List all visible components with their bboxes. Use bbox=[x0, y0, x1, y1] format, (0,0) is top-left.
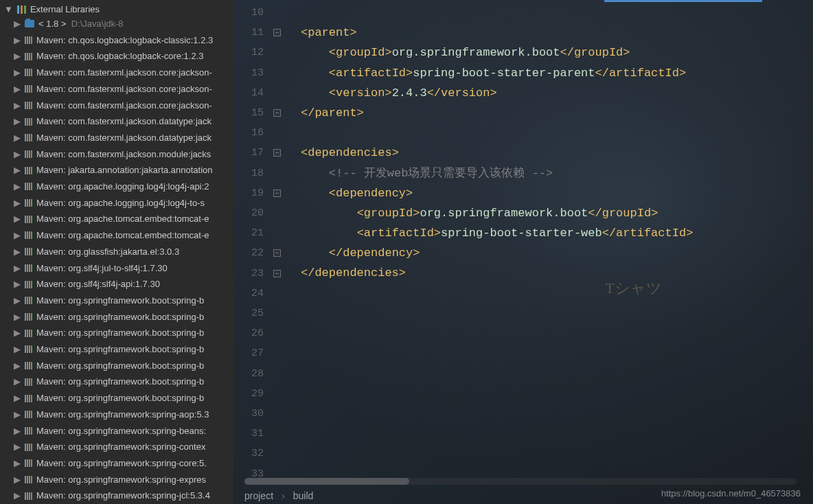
library-label: Maven: org.springframework:spring-aop:5.… bbox=[36, 407, 209, 422]
collapse-arrow-icon: ▶ bbox=[14, 65, 21, 80]
library-node[interactable]: ▶Maven: org.slf4j:slf4j-api:1.7.30 bbox=[0, 276, 233, 293]
library-node[interactable]: ▶Maven: org.springframework.boot:spring-… bbox=[0, 374, 233, 390]
library-icon bbox=[25, 118, 32, 126]
library-node[interactable]: ▶Maven: org.apache.logging.log4j:log4j-a… bbox=[0, 179, 233, 195]
library-icon bbox=[25, 231, 32, 239]
library-label: Maven: org.springframework:spring-beans: bbox=[36, 424, 206, 439]
external-libraries-node[interactable]: ▼ External Libraries bbox=[0, 3, 233, 16]
fold-column: −−−−−− bbox=[269, 0, 288, 504]
library-node[interactable]: ▶Maven: org.springframework:spring-aop:5… bbox=[0, 406, 233, 423]
sdk-path: D:\Java\jdk-8 bbox=[71, 19, 124, 29]
library-node[interactable]: ▶Maven: org.springframework:spring-jcl:5… bbox=[0, 488, 233, 504]
library-label: Maven: org.springframework.boot:spring-b bbox=[36, 358, 204, 374]
library-node[interactable]: ▶Maven: com.fasterxml.jackson.module:jac… bbox=[0, 146, 233, 163]
library-icon bbox=[25, 36, 32, 44]
collapse-arrow-icon: ▶ bbox=[14, 228, 21, 243]
library-label: Maven: com.fasterxml.jackson.datatype:ja… bbox=[36, 130, 211, 146]
library-icon bbox=[25, 183, 32, 190]
collapse-arrow-icon: ▶ bbox=[14, 342, 21, 357]
collapse-arrow-icon: ▶ bbox=[14, 391, 21, 406]
horizontal-scrollbar[interactable] bbox=[244, 478, 797, 485]
line-gutter: 1011121314151617181920212223242526272829… bbox=[233, 0, 269, 504]
library-icon bbox=[25, 248, 32, 255]
library-label: Maven: com.fasterxml.jackson.module:jack… bbox=[36, 147, 211, 162]
library-node[interactable]: ▶Maven: org.apache.tomcat.embed:tomcat-e bbox=[0, 211, 233, 227]
scrollbar-thumb[interactable] bbox=[244, 478, 409, 485]
collapse-arrow-icon: ▶ bbox=[14, 49, 21, 64]
library-icon bbox=[25, 69, 32, 76]
chevron-right-icon: › bbox=[282, 490, 285, 501]
collapse-arrow-icon: ▶ bbox=[14, 16, 21, 32]
breadcrumb[interactable]: project › build bbox=[244, 490, 313, 501]
project-sidebar[interactable]: ▼ External Libraries ▶ < 1.8 > D:\Java\j… bbox=[0, 0, 233, 504]
collapse-arrow-icon: ▶ bbox=[14, 374, 21, 389]
collapse-arrow-icon: ▶ bbox=[14, 407, 21, 422]
collapse-arrow-icon: ▶ bbox=[14, 244, 21, 260]
library-node[interactable]: ▶Maven: org.apache.logging.log4j:log4j-t… bbox=[0, 195, 233, 211]
library-icon bbox=[25, 459, 32, 467]
library-node[interactable]: ▶Maven: ch.qos.logback:logback-classic:1… bbox=[0, 32, 233, 49]
fold-toggle-icon[interactable]: − bbox=[273, 29, 281, 36]
library-node[interactable]: ▶Maven: org.springframework:spring-expre… bbox=[0, 472, 233, 488]
library-label: Maven: org.springframework.boot:spring-b bbox=[36, 342, 204, 357]
library-icon bbox=[25, 150, 32, 158]
library-node[interactable]: ▶Maven: com.fasterxml.jackson.core:jacks… bbox=[0, 81, 233, 98]
library-node[interactable]: ▶Maven: org.springframework:spring-beans… bbox=[0, 423, 233, 439]
library-label: Maven: org.apache.logging.log4j:log4j-to… bbox=[36, 196, 205, 211]
collapse-arrow-icon: ▶ bbox=[14, 277, 21, 292]
fold-toggle-icon[interactable]: − bbox=[273, 109, 281, 117]
fold-toggle-icon[interactable]: − bbox=[273, 270, 281, 277]
library-label: Maven: ch.qos.logback:logback-classic:1.… bbox=[36, 33, 213, 48]
library-label: Maven: org.springframework.boot:spring-b bbox=[36, 310, 204, 325]
library-node[interactable]: ▶Maven: jakarta.annotation:jakarta.annot… bbox=[0, 162, 233, 179]
library-icon bbox=[25, 53, 32, 60]
libraries-icon bbox=[17, 5, 26, 14]
library-node[interactable]: ▶Maven: org.springframework.boot:spring-… bbox=[0, 390, 233, 406]
code-content[interactable]: <parent> <groupId>org.springframework.bo… bbox=[288, 0, 813, 504]
sdk-node[interactable]: ▶ < 1.8 > D:\Java\jdk-8 bbox=[0, 16, 233, 32]
code-editor[interactable]: Tシャツ 10111213141516171819202122232425262… bbox=[233, 0, 813, 504]
fold-toggle-icon[interactable]: − bbox=[273, 190, 281, 197]
library-node[interactable]: ▶Maven: com.fasterxml.jackson.core:jacks… bbox=[0, 65, 233, 81]
collapse-arrow-icon: ▶ bbox=[14, 472, 21, 488]
library-icon bbox=[25, 281, 32, 288]
library-label: Maven: org.springframework.boot:spring-b bbox=[36, 293, 204, 308]
library-label: Maven: org.springframework.boot:spring-b bbox=[36, 325, 204, 341]
library-icon bbox=[25, 476, 32, 483]
library-icon bbox=[25, 85, 32, 93]
library-node[interactable]: ▶Maven: ch.qos.logback:logback-core:1.2.… bbox=[0, 48, 233, 65]
library-icon bbox=[25, 264, 32, 272]
library-node[interactable]: ▶Maven: org.springframework:spring-core:… bbox=[0, 455, 233, 472]
library-icon bbox=[25, 102, 32, 109]
library-node[interactable]: ▶Maven: org.springframework.boot:spring-… bbox=[0, 358, 233, 374]
fold-toggle-icon[interactable]: − bbox=[273, 149, 281, 157]
collapse-arrow-icon: ▶ bbox=[14, 98, 21, 113]
library-label: Maven: org.slf4j:slf4j-api:1.7.30 bbox=[36, 277, 160, 292]
library-node[interactable]: ▶Maven: org.springframework.boot:spring-… bbox=[0, 309, 233, 325]
library-icon bbox=[25, 167, 32, 174]
library-node[interactable]: ▶Maven: com.fasterxml.jackson.datatype:j… bbox=[0, 130, 233, 146]
collapse-arrow-icon: ▶ bbox=[14, 82, 21, 97]
library-node[interactable]: ▶Maven: org.glassfish:jakarta.el:3.0.3 bbox=[0, 244, 233, 260]
breadcrumb-build[interactable]: build bbox=[293, 490, 314, 501]
fold-toggle-icon[interactable]: − bbox=[273, 249, 281, 257]
library-node[interactable]: ▶Maven: com.fasterxml.jackson.core:jacks… bbox=[0, 98, 233, 114]
library-icon bbox=[25, 378, 32, 386]
library-icon bbox=[25, 216, 32, 223]
library-label: Maven: org.glassfish:jakarta.el:3.0.3 bbox=[36, 244, 179, 260]
library-label: Maven: org.apache.logging.log4j:log4j-ap… bbox=[36, 179, 209, 194]
library-label: Maven: org.springframework:spring-contex bbox=[36, 439, 205, 455]
library-node[interactable]: ▶Maven: org.springframework.boot:spring-… bbox=[0, 325, 233, 341]
library-node[interactable]: ▶Maven: org.slf4j:jul-to-slf4j:1.7.30 bbox=[0, 260, 233, 277]
collapse-arrow-icon: ▶ bbox=[14, 33, 21, 48]
library-label: Maven: org.springframework:spring-jcl:5.… bbox=[36, 488, 210, 503]
breadcrumb-project[interactable]: project bbox=[244, 490, 273, 501]
library-node[interactable]: ▶Maven: org.springframework:spring-conte… bbox=[0, 439, 233, 455]
library-node[interactable]: ▶Maven: org.springframework.boot:spring-… bbox=[0, 293, 233, 309]
library-label: Maven: org.apache.tomcat.embed:tomcat-e bbox=[36, 228, 209, 243]
library-label: Maven: ch.qos.logback:logback-core:1.2.3 bbox=[36, 49, 204, 64]
library-label: Maven: com.fasterxml.jackson.core:jackso… bbox=[36, 82, 212, 97]
library-node[interactable]: ▶Maven: com.fasterxml.jackson.datatype:j… bbox=[0, 113, 233, 130]
library-node[interactable]: ▶Maven: org.springframework.boot:spring-… bbox=[0, 341, 233, 358]
library-node[interactable]: ▶Maven: org.apache.tomcat.embed:tomcat-e bbox=[0, 227, 233, 244]
